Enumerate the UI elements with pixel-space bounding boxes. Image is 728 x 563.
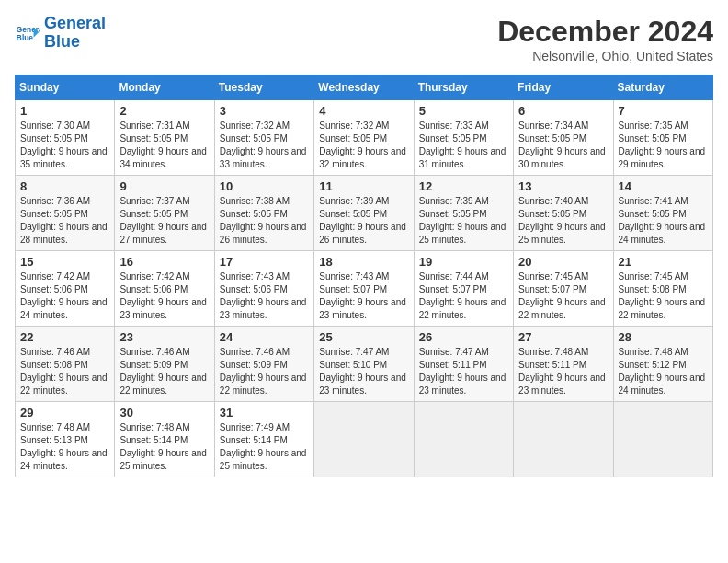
day-info: Sunrise: 7:33 AM Sunset: 5:05 PM Dayligh…: [419, 120, 508, 171]
day-info: Sunrise: 7:44 AM Sunset: 5:07 PM Dayligh…: [419, 270, 508, 322]
day-number: 18: [319, 255, 408, 269]
calendar-cell: 1 Sunrise: 7:30 AM Sunset: 5:05 PM Dayli…: [16, 100, 115, 176]
calendar-cell: 24 Sunrise: 7:46 AM Sunset: 5:09 PM Dayl…: [214, 327, 313, 402]
day-info: Sunrise: 7:43 AM Sunset: 5:06 PM Dayligh…: [220, 270, 309, 322]
calendar-cell: 29 Sunrise: 7:48 AM Sunset: 5:13 PM Dayl…: [16, 402, 115, 477]
calendar-table: Sunday Monday Tuesday Wednesday Thursday…: [15, 75, 713, 477]
calendar-cell: 22 Sunrise: 7:46 AM Sunset: 5:08 PM Dayl…: [16, 327, 115, 402]
calendar-cell: 14 Sunrise: 7:41 AM Sunset: 5:05 PM Dayl…: [613, 176, 712, 251]
day-number: 10: [220, 179, 309, 193]
calendar-cell: 8 Sunrise: 7:36 AM Sunset: 5:05 PM Dayli…: [16, 176, 115, 251]
col-saturday: Saturday: [613, 75, 712, 100]
calendar-cell: [514, 402, 613, 477]
day-number: 4: [319, 104, 408, 118]
day-number: 24: [220, 330, 309, 344]
calendar-cell: 6 Sunrise: 7:34 AM Sunset: 5:05 PM Dayli…: [514, 100, 613, 176]
logo-icon: General Blue: [15, 20, 40, 46]
day-number: 28: [619, 330, 708, 344]
day-number: 6: [518, 104, 608, 118]
day-number: 29: [20, 406, 109, 419]
day-info: Sunrise: 7:30 AM Sunset: 5:05 PM Dayligh…: [20, 120, 109, 171]
day-info: Sunrise: 7:45 AM Sunset: 5:07 PM Dayligh…: [518, 270, 608, 322]
day-info: Sunrise: 7:47 AM Sunset: 5:10 PM Dayligh…: [319, 346, 408, 397]
week-row-3: 15 Sunrise: 7:42 AM Sunset: 5:06 PM Dayl…: [16, 251, 713, 327]
calendar-cell: [613, 402, 712, 477]
day-info: Sunrise: 7:37 AM Sunset: 5:05 PM Dayligh…: [119, 195, 209, 247]
col-friday: Friday: [514, 75, 613, 100]
week-row-5: 29 Sunrise: 7:48 AM Sunset: 5:13 PM Dayl…: [16, 402, 713, 477]
day-info: Sunrise: 7:45 AM Sunset: 5:08 PM Dayligh…: [619, 270, 708, 322]
col-wednesday: Wednesday: [314, 75, 414, 100]
calendar-cell: 18 Sunrise: 7:43 AM Sunset: 5:07 PM Dayl…: [314, 251, 414, 327]
day-number: 15: [20, 255, 109, 269]
calendar-cell: 19 Sunrise: 7:44 AM Sunset: 5:07 PM Dayl…: [414, 251, 513, 327]
calendar-cell: 5 Sunrise: 7:33 AM Sunset: 5:05 PM Dayli…: [414, 100, 513, 176]
day-info: Sunrise: 7:35 AM Sunset: 5:05 PM Dayligh…: [619, 120, 708, 171]
day-number: 2: [119, 104, 209, 118]
calendar-cell: 9 Sunrise: 7:37 AM Sunset: 5:05 PM Dayli…: [115, 176, 214, 251]
calendar-cell: 3 Sunrise: 7:32 AM Sunset: 5:05 PM Dayli…: [214, 100, 313, 176]
day-number: 22: [20, 330, 109, 344]
day-number: 20: [518, 255, 608, 269]
day-number: 13: [518, 179, 608, 193]
calendar-cell: 15 Sunrise: 7:42 AM Sunset: 5:06 PM Dayl…: [16, 251, 115, 327]
day-number: 5: [419, 104, 508, 118]
day-number: 11: [319, 179, 408, 193]
day-number: 14: [619, 179, 708, 193]
day-number: 12: [419, 179, 508, 193]
col-sunday: Sunday: [16, 75, 115, 100]
calendar-cell: 27 Sunrise: 7:48 AM Sunset: 5:11 PM Dayl…: [514, 327, 613, 402]
week-row-1: 1 Sunrise: 7:30 AM Sunset: 5:05 PM Dayli…: [16, 100, 713, 176]
day-number: 19: [419, 255, 508, 269]
calendar-cell: 17 Sunrise: 7:43 AM Sunset: 5:06 PM Dayl…: [214, 251, 313, 327]
day-info: Sunrise: 7:32 AM Sunset: 5:05 PM Dayligh…: [319, 120, 408, 171]
calendar-cell: 2 Sunrise: 7:31 AM Sunset: 5:05 PM Dayli…: [115, 100, 214, 176]
logo: General Blue GeneralBlue: [15, 15, 106, 52]
calendar-cell: 4 Sunrise: 7:32 AM Sunset: 5:05 PM Dayli…: [314, 100, 414, 176]
day-info: Sunrise: 7:42 AM Sunset: 5:06 PM Dayligh…: [20, 270, 109, 322]
calendar-cell: [414, 402, 513, 477]
location: Nelsonville, Ohio, United States: [497, 49, 713, 63]
day-info: Sunrise: 7:48 AM Sunset: 5:14 PM Dayligh…: [119, 421, 209, 473]
calendar-cell: 20 Sunrise: 7:45 AM Sunset: 5:07 PM Dayl…: [514, 251, 613, 327]
day-info: Sunrise: 7:42 AM Sunset: 5:06 PM Dayligh…: [119, 270, 209, 322]
day-number: 3: [220, 104, 309, 118]
day-number: 26: [419, 330, 508, 344]
day-number: 16: [119, 255, 209, 269]
calendar-cell: 7 Sunrise: 7:35 AM Sunset: 5:05 PM Dayli…: [613, 100, 712, 176]
day-number: 8: [20, 179, 109, 193]
day-info: Sunrise: 7:31 AM Sunset: 5:05 PM Dayligh…: [119, 120, 209, 171]
calendar-cell: 30 Sunrise: 7:48 AM Sunset: 5:14 PM Dayl…: [115, 402, 214, 477]
logo-text: GeneralBlue: [44, 15, 106, 52]
page-header: General Blue GeneralBlue December 2024 N…: [15, 15, 713, 63]
day-number: 21: [619, 255, 708, 269]
day-number: 25: [319, 330, 408, 344]
day-info: Sunrise: 7:46 AM Sunset: 5:08 PM Dayligh…: [20, 346, 109, 397]
day-number: 1: [20, 104, 109, 118]
calendar-cell: 25 Sunrise: 7:47 AM Sunset: 5:10 PM Dayl…: [314, 327, 414, 402]
header-row: Sunday Monday Tuesday Wednesday Thursday…: [16, 75, 713, 100]
col-tuesday: Tuesday: [214, 75, 313, 100]
calendar-cell: 10 Sunrise: 7:38 AM Sunset: 5:05 PM Dayl…: [214, 176, 313, 251]
day-number: 9: [119, 179, 209, 193]
day-info: Sunrise: 7:36 AM Sunset: 5:05 PM Dayligh…: [20, 195, 109, 247]
day-info: Sunrise: 7:40 AM Sunset: 5:05 PM Dayligh…: [518, 195, 608, 247]
day-info: Sunrise: 7:46 AM Sunset: 5:09 PM Dayligh…: [119, 346, 209, 397]
day-number: 31: [220, 406, 309, 419]
day-info: Sunrise: 7:46 AM Sunset: 5:09 PM Dayligh…: [220, 346, 309, 397]
day-number: 7: [619, 104, 708, 118]
day-info: Sunrise: 7:34 AM Sunset: 5:05 PM Dayligh…: [518, 120, 608, 171]
day-info: Sunrise: 7:48 AM Sunset: 5:12 PM Dayligh…: [619, 346, 708, 397]
calendar-cell: 12 Sunrise: 7:39 AM Sunset: 5:05 PM Dayl…: [414, 176, 513, 251]
day-info: Sunrise: 7:39 AM Sunset: 5:05 PM Dayligh…: [319, 195, 408, 247]
title-block: December 2024 Nelsonville, Ohio, United …: [497, 15, 713, 63]
month-title: December 2024: [497, 15, 713, 49]
week-row-2: 8 Sunrise: 7:36 AM Sunset: 5:05 PM Dayli…: [16, 176, 713, 251]
day-number: 17: [220, 255, 309, 269]
calendar-cell: 21 Sunrise: 7:45 AM Sunset: 5:08 PM Dayl…: [613, 251, 712, 327]
col-monday: Monday: [115, 75, 214, 100]
week-row-4: 22 Sunrise: 7:46 AM Sunset: 5:08 PM Dayl…: [16, 327, 713, 402]
day-info: Sunrise: 7:43 AM Sunset: 5:07 PM Dayligh…: [319, 270, 408, 322]
day-info: Sunrise: 7:48 AM Sunset: 5:11 PM Dayligh…: [518, 346, 608, 397]
day-number: 27: [518, 330, 608, 344]
